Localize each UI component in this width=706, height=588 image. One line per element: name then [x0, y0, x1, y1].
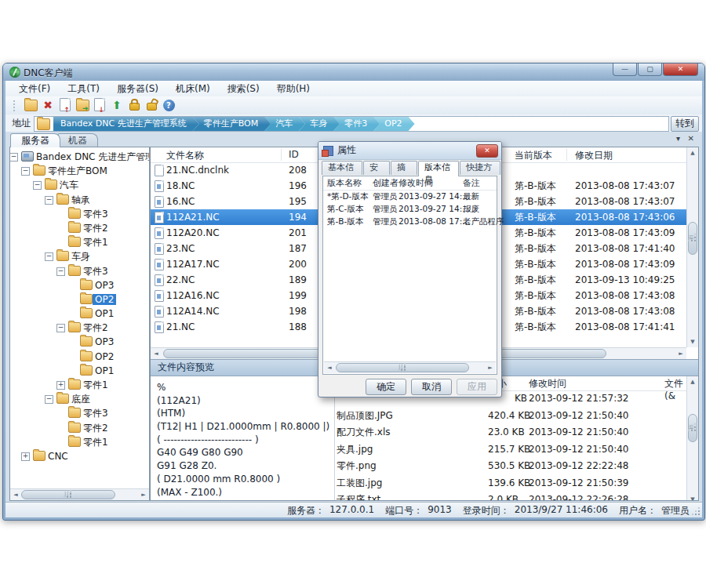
transfer-folder-icon[interactable]: ➜	[74, 98, 91, 114]
column-modified-time[interactable]: 修改时间	[529, 377, 566, 390]
checkin-file-icon[interactable]: ↑	[56, 98, 74, 114]
close-button[interactable]: ✕	[663, 64, 698, 76]
menu-item-4[interactable]: 机床(M)	[167, 81, 219, 97]
address-box[interactable]: Bandex DNC 先进生产管理系统零件生产BOM汽车车身零件3OP2	[34, 116, 669, 132]
dialog-tab-快捷方式[interactable]: 快捷方式	[460, 161, 500, 175]
tree-node-OP3[interactable]: OP3	[10, 335, 149, 349]
scroll-right-icon[interactable]: ►	[138, 489, 149, 500]
menu-item-1[interactable]: 文件(F)	[10, 81, 59, 97]
lock-icon[interactable]	[126, 98, 143, 114]
go-button[interactable]: 转到	[671, 116, 699, 132]
checkout-file-icon[interactable]: ↓	[91, 98, 108, 114]
cancel-button[interactable]: 取消	[411, 379, 452, 395]
dialog-tab-摘要[interactable]: 摘要	[391, 161, 417, 175]
tree-node-零件2[interactable]: 零件2	[10, 221, 149, 235]
tree-node-OP2[interactable]: OP2	[10, 292, 149, 307]
version-row[interactable]: 第-C-版本管理员2013-09-27 14:...报废	[323, 202, 497, 215]
list-item[interactable]: 制品顶图.JPG420.4 KB2013-09-12 21:50:40	[329, 408, 686, 425]
tree-node-零件3[interactable]: −零件3	[10, 264, 149, 278]
tree-node-底座[interactable]: −底座	[10, 392, 149, 406]
scroll-thumb[interactable]: |||	[21, 490, 115, 499]
tree-hscrollbar[interactable]: ◄ ► |||	[10, 488, 149, 500]
scroll-thumb[interactable]: |||	[336, 363, 469, 372]
collapse-icon[interactable]: −	[33, 181, 42, 190]
collapse-icon[interactable]: −	[21, 167, 30, 176]
dialog-hscrollbar[interactable]: ◄ ► |||	[324, 361, 496, 373]
breadcrumb-segment-1[interactable]: Bandex DNC 先进生产管理系统	[53, 117, 199, 131]
scroll-left-icon[interactable]: ◄	[324, 362, 335, 373]
new-folder-icon[interactable]	[22, 98, 39, 114]
version-row[interactable]: 第-B-版本管理员2013-08-08 17:...老产品程序	[323, 215, 497, 227]
scroll-left-icon[interactable]: ◄	[151, 348, 162, 359]
list-item[interactable]: 子程序.txt2.0 KB2013-09-12 22:26:28	[329, 492, 686, 501]
list-item[interactable]: 夹具.jpg215.7 KB2013-09-12 21:50:40	[329, 441, 686, 459]
scroll-thumb[interactable]: ☰	[688, 414, 697, 442]
title-bar[interactable]: DNC客户端 — ▢ ✕	[3, 64, 704, 81]
tree-node-车身[interactable]: −车身	[10, 249, 149, 263]
list-item[interactable]: 零件.png530.5 KB2013-09-12 22:22:48	[329, 458, 686, 475]
collapse-icon[interactable]: −	[45, 196, 53, 205]
dialog-tab-版本信息[interactable]: 版本信息	[418, 161, 459, 176]
dialog-title-bar[interactable]: 属性 ✕	[318, 142, 501, 160]
breadcrumb-segment-5[interactable]: 零件3	[333, 117, 380, 131]
ok-button[interactable]: 确定	[366, 379, 406, 395]
minimize-button[interactable]: —	[613, 64, 637, 76]
breadcrumb-segment-2[interactable]: 零件生产BOM	[193, 117, 271, 131]
scroll-up-icon[interactable]: ▲	[687, 376, 698, 387]
menu-item-5[interactable]: 搜索(S)	[219, 81, 268, 97]
tree-node-零件生产BOM[interactable]: −零件生产BOM	[10, 164, 149, 178]
tree-node-零件1[interactable]: 零件1	[10, 435, 149, 449]
panel-close-icon[interactable]: ✕	[688, 134, 694, 143]
help-icon[interactable]: ?	[160, 98, 177, 114]
column-creator[interactable]: 创建者	[373, 177, 398, 189]
tree-node-轴承[interactable]: −轴承	[10, 193, 149, 207]
tree-node-零件1[interactable]: +零件1	[10, 378, 149, 392]
tree-node-零件3[interactable]: 零件3	[10, 207, 149, 221]
scroll-up-icon[interactable]: ▲	[687, 147, 698, 158]
tree-node-零件1[interactable]: 零件1	[10, 235, 149, 249]
column-note[interactable]: 备注	[463, 177, 480, 189]
scroll-down-icon[interactable]: ▼	[687, 336, 698, 347]
scroll-right-icon[interactable]: ►	[675, 348, 686, 359]
scroll-thumb[interactable]: ☰	[688, 222, 697, 255]
scroll-right-icon[interactable]: ►	[485, 362, 496, 373]
column-modified-date[interactable]: 修改日期	[575, 149, 613, 162]
tree-node-OP1[interactable]: OP1	[10, 307, 149, 321]
file-list-vscrollbar[interactable]: ▲ ▼ ☰	[686, 147, 698, 347]
tree-node-零件2[interactable]: −零件2	[10, 321, 149, 335]
collapse-icon[interactable]: −	[45, 395, 53, 404]
column-current-version[interactable]: 当前版本	[515, 149, 552, 162]
list-item[interactable]: 配刀文件.xls23.0 KB2013-09-12 21:50:40	[329, 424, 686, 441]
dialog-tab-安全[interactable]: 安全	[363, 161, 390, 175]
expand-icon[interactable]: +	[21, 452, 30, 461]
tree-node-零件3[interactable]: 零件3	[10, 406, 149, 420]
chevron-down-icon[interactable]: ▾	[676, 134, 680, 143]
resize-grip[interactable]	[693, 508, 701, 516]
column-version-name[interactable]: 版本名称	[327, 177, 362, 189]
maximize-button[interactable]: ▢	[638, 64, 662, 76]
tree-node-OP2[interactable]: OP2	[10, 350, 149, 364]
menu-item-2[interactable]: 工具(T)	[59, 81, 108, 97]
tree-node-OP1[interactable]: OP1	[10, 364, 149, 378]
dialog-tab-基本信息[interactable]: 基本信息	[322, 161, 362, 175]
list-item[interactable]: 工装图.jpg139.6 KB2013-09-12 21:50:39	[329, 475, 686, 492]
collapse-icon[interactable]: −	[56, 267, 65, 276]
tree-node-汽车[interactable]: −汽车	[10, 178, 149, 192]
version-row[interactable]: *第-D-版本管理员2013-09-27 14:...最新	[323, 190, 497, 202]
tab-server[interactable]: 服务器	[10, 133, 60, 147]
tree-node-Bandex DNC 先进生产管理系统[interactable]: −Bandex DNC 先进生产管理系统	[10, 150, 149, 164]
tree-node-CNC[interactable]: +CNC	[10, 449, 149, 463]
tree-node-OP3[interactable]: OP3	[10, 278, 149, 292]
delete-icon[interactable]: ✖	[39, 98, 56, 114]
scroll-left-icon[interactable]: ◄	[10, 489, 21, 500]
collapse-icon[interactable]: −	[45, 252, 53, 261]
collapse-icon[interactable]: −	[56, 324, 65, 332]
upload-icon[interactable]: ⬆	[108, 98, 126, 114]
column-id[interactable]: ID	[289, 149, 299, 160]
expand-icon[interactable]: +	[56, 381, 65, 390]
tree-node-零件2[interactable]: 零件2	[10, 421, 149, 435]
column-file-name[interactable]: 文件名称	[166, 149, 204, 162]
menu-item-6[interactable]: 帮助(H)	[268, 81, 318, 97]
menu-item-3[interactable]: 服务器(S)	[108, 81, 167, 97]
dialog-close-button[interactable]: ✕	[476, 144, 498, 158]
